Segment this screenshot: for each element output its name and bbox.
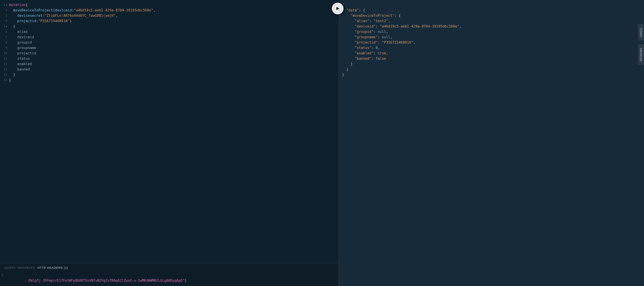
query-code[interactable]: mutation{ moveDeviceToProject(deviceid:"… [9, 2, 338, 263]
bottom-tabbar: QUERY VARIABLES HTTP HEADERS (1) [0, 263, 338, 271]
response-code: { "data": { "moveDeviceToProject": { "al… [342, 2, 644, 77]
fold-icon[interactable]: ▼ [6, 2, 7, 8]
execute-button[interactable] [330, 1, 345, 16]
variables-headers-panel: QUERY VARIABLES HTTP HEADERS (1) 4 1 RkC… [0, 263, 338, 286]
tab-http-headers[interactable]: HTTP HEADERS (1) [38, 266, 68, 270]
docs-tab[interactable]: DOCS [638, 24, 644, 40]
operation-name: moveDeviceToProject [13, 8, 53, 12]
fold-icon[interactable]: ▼ [6, 24, 7, 29]
headers-overflow-indicator: 4 [0, 273, 4, 286]
headers-line-number: 1 [25, 279, 26, 283]
headers-editor[interactable]: 4 1 RkCgfj-JFFmgirE1fFetWFpQGOKTUsVN7vN2… [0, 271, 338, 286]
side-rail: DOCS SCHEMA [638, 24, 644, 65]
schema-tab[interactable]: SCHEMA [638, 44, 644, 65]
keyword-mutation: mutation [9, 3, 26, 7]
play-icon [335, 6, 340, 11]
response-viewer[interactable]: ▼ ▼ ▼ { "data": { "moveDeviceToProject":… [338, 0, 644, 77]
tab-query-variables[interactable]: QUERY VARIABLES [4, 266, 35, 270]
headers-token-fragment: RkCgfj-JFFmgirE1fFetWFpQGOKTUsVN7vN2VgIv… [28, 279, 184, 283]
response-pane: ▼ ▼ ▼ { "data": { "moveDeviceToProject":… [338, 0, 644, 286]
line-number-gutter: 1▼ 2 3 4 5▼ 6 7 8 9 10 11 12 13 14 15 [0, 2, 9, 263]
query-editor[interactable]: 1▼ 2 3 4 5▼ 6 7 8 9 10 11 12 13 14 15 mu… [0, 0, 338, 263]
query-editor-pane: 1▼ 2 3 4 5▼ 6 7 8 9 10 11 12 13 14 15 mu… [0, 0, 338, 286]
graphql-playground: 1▼ 2 3 4 5▼ 6 7 8 9 10 11 12 13 14 15 mu… [0, 0, 644, 286]
headers-code[interactable]: 1 RkCgfj-JFFmgirE1fFetWFpQGOKTUsVN7vN2Vg… [4, 273, 338, 286]
